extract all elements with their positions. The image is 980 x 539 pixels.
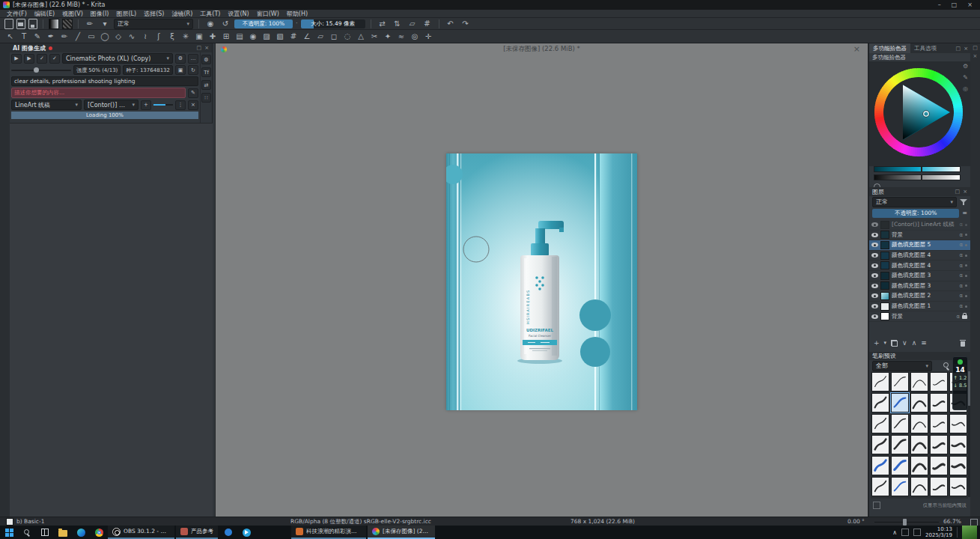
layer-row[interactable]: 背景α [869, 231, 970, 241]
snap-icon[interactable]: # [421, 18, 433, 29]
rail-grid-icon[interactable]: ∷ [201, 93, 211, 103]
brush-preset[interactable] [949, 414, 967, 433]
layer-row[interactable]: 颜色填充图层 4α [869, 251, 970, 261]
blending-mode-select[interactable]: 正常▾ [114, 19, 193, 29]
layer-row[interactable]: 颜色填充图层 4α [869, 261, 970, 271]
menu-item-3[interactable]: 图像(I) [87, 10, 113, 18]
wrap-around-icon[interactable]: ▱ [407, 18, 419, 29]
dynamic-brush-tool[interactable]: ξ [166, 31, 178, 42]
layer-visibility-icon[interactable] [871, 222, 878, 227]
layer-filter-icon[interactable] [960, 198, 967, 206]
layer-opacity-slider[interactable]: 不透明度: 100% [872, 209, 959, 218]
freehand-select-tool[interactable]: ✂ [368, 31, 380, 42]
settings-icon[interactable]: ⚙ [175, 54, 186, 64]
reference-images-tool[interactable]: ▱ [314, 31, 326, 42]
document-close-icon[interactable]: × [853, 44, 860, 54]
add-layer-button[interactable]: + [874, 339, 880, 347]
alpha-lock-icon[interactable]: α [959, 242, 963, 248]
gradient-tool[interactable]: ▤ [234, 31, 246, 42]
style-model-select[interactable]: Cinematic Photo (XL) (Copy)▾ [62, 53, 173, 64]
brush-preset[interactable] [910, 435, 928, 454]
save-document-icon[interactable] [28, 19, 37, 29]
alpha-lock-icon[interactable]: α [959, 263, 963, 269]
alpha-lock-icon[interactable]: α [959, 303, 963, 309]
file-explorer-icon[interactable] [54, 526, 72, 539]
new-document-icon[interactable] [4, 19, 13, 29]
brush-preset-chooser-icon[interactable]: ▾ [99, 18, 111, 29]
brush-preset[interactable] [930, 372, 948, 392]
close-button[interactable]: × [967, 1, 973, 8]
brush-preset[interactable] [871, 393, 889, 412]
menu-item-1[interactable]: 编辑(E) [31, 10, 58, 18]
brush-preset[interactable] [910, 414, 928, 433]
fill-tool[interactable]: ▧ [274, 31, 286, 42]
alpha-lock-icon[interactable]: α [959, 252, 963, 258]
mirror-horizontal-icon[interactable]: ⇄ [377, 18, 389, 29]
move-tool[interactable]: ✚ [207, 31, 219, 42]
float-docker-icon[interactable]: □ [197, 45, 202, 51]
tag-filter-select[interactable]: 全部▾ [872, 361, 932, 371]
menu-item-9[interactable]: 窗口(W) [253, 10, 283, 18]
move-layer-down-button[interactable]: ∨ [902, 339, 907, 347]
contiguous-select-tool[interactable]: ✦ [382, 31, 394, 42]
prompt-input[interactable]: clear details, professional shooting lig… [11, 76, 198, 86]
text-tool[interactable]: T [18, 31, 30, 42]
control-layer-select[interactable]: [Contor()] LineArt 线稿▾ [84, 100, 139, 110]
layer-visibility-icon[interactable] [871, 264, 878, 268]
floating-monitor-widget[interactable]: 14 ↑ 1.2 ↓ 8.5 [952, 356, 968, 410]
menu-item-6[interactable]: 滤镜(R) [168, 10, 197, 18]
brush-preset[interactable] [930, 435, 948, 454]
menu-item-4[interactable]: 图层(L) [112, 10, 140, 18]
layer-options-icon[interactable]: ≡ [962, 210, 967, 216]
duplicate-layer-button[interactable] [891, 340, 898, 347]
product-reference-taskbar-button[interactable]: 产品参考 [176, 526, 218, 539]
crop-tool[interactable]: ⊞ [220, 31, 232, 42]
layer-visibility-icon[interactable] [871, 314, 878, 319]
alpha-lock-icon[interactable]: α [959, 232, 963, 238]
undo-icon[interactable]: ↶ [445, 18, 457, 29]
brush-preset[interactable] [871, 372, 889, 392]
multibrush-tool[interactable]: ✳ [180, 31, 192, 42]
float-docker-icon[interactable]: □ [955, 189, 961, 195]
strength-spinbox[interactable]: 强度 50% (4/13) [73, 65, 121, 75]
move-layer-up-button[interactable]: ∧ [912, 339, 917, 347]
layer-row[interactable]: [Contor()] LineArt 线稿α [869, 220, 970, 231]
alpha-lock-icon[interactable]: α [959, 293, 963, 299]
layer-row[interactable]: 颜色填充图层 3α [869, 281, 970, 292]
tray-expand-icon[interactable]: ∧ [892, 529, 897, 536]
saturation-slider[interactable] [874, 174, 961, 180]
lightness-slider[interactable] [874, 166, 961, 172]
similar-color-select-tool[interactable]: ≈ [395, 31, 407, 42]
freehand-brush-tool[interactable]: ✏ [58, 31, 70, 42]
selector-pin-icon[interactable]: ✎ [963, 74, 968, 81]
messenger-app-icon[interactable] [219, 526, 237, 539]
rail-swap-icon[interactable]: ⇄ [201, 80, 211, 90]
layer-row[interactable]: 颜色填充图层 3α [869, 271, 970, 281]
brush-preset[interactable] [930, 477, 948, 496]
brush-preset[interactable] [891, 414, 909, 433]
delete-layer-button[interactable] [960, 340, 966, 347]
tab-color-selector[interactable]: 多功能拾色器 [869, 43, 910, 53]
brush-preset[interactable] [891, 393, 909, 412]
alpha-lock-icon[interactable]: α [959, 222, 963, 228]
menu-item-10[interactable]: 帮助(H) [283, 10, 311, 18]
zoom-slider-handle[interactable] [903, 519, 907, 526]
polygon-select-tool[interactable]: △ [355, 31, 367, 42]
layer-row[interactable]: 颜色填充图层 2α [869, 291, 970, 302]
layer-visibility-icon[interactable] [871, 284, 878, 288]
reload-preset-icon[interactable]: ↺ [219, 18, 231, 29]
edit-icon[interactable]: ✎ [188, 88, 198, 98]
generate-button[interactable]: ▶ [11, 54, 22, 64]
gradient-chooser-icon[interactable] [49, 19, 59, 29]
brush-preset[interactable] [949, 435, 967, 454]
live-preview-button[interactable]: ▶ [24, 54, 34, 64]
task-view-icon[interactable] [36, 526, 54, 539]
layers-icon[interactable]: ▣ [175, 65, 186, 75]
opacity-slider[interactable]: 不透明度: 100% [234, 19, 293, 28]
brush-preset[interactable] [930, 456, 948, 475]
polygon-tool[interactable]: ◇ [112, 31, 124, 42]
telegram-icon[interactable] [237, 526, 255, 539]
pan-tool[interactable]: ✛ [422, 31, 434, 42]
negative-prompt-input[interactable]: 描述你想要的内容... [11, 88, 186, 98]
start-button[interactable] [0, 526, 18, 539]
